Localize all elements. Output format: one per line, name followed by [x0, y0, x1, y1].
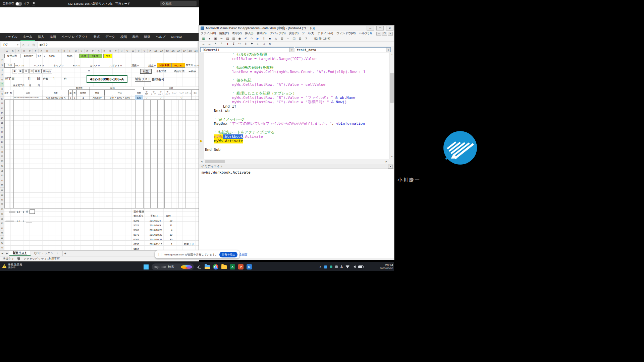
column-header[interactable]: V — [124, 49, 130, 53]
object-browser-icon[interactable]: ◫ — [291, 37, 297, 41]
folder-icon[interactable] — [221, 265, 227, 269]
project-explorer-icon[interactable]: ⊞ — [279, 37, 284, 41]
row-header[interactable]: 35 — [0, 217, 4, 221]
comment-block-icon[interactable]: ❝ — [213, 42, 218, 46]
minimize-icon[interactable]: ─ — [367, 26, 374, 31]
code-vertical-scrollbar[interactable]: ▲ ▼ — [389, 53, 394, 159]
scroll-up-icon[interactable]: ▲ — [389, 53, 394, 57]
row-header[interactable]: 13 — [0, 111, 4, 116]
column-header[interactable]: AE — [176, 49, 182, 53]
code-line[interactable]: lastRow = myWs.Cells(myWs.Rows.Count, "A… — [232, 70, 365, 74]
row-header[interactable]: 25 — [0, 169, 4, 173]
column-header[interactable]: Q — [96, 49, 102, 53]
row-header[interactable]: 26 — [0, 173, 4, 178]
row-header[interactable]: 11 — [0, 101, 4, 106]
ribbon-tab-3[interactable]: 描画 — [47, 34, 58, 41]
column-header[interactable]: P — [90, 49, 96, 53]
column-header[interactable]: B — [10, 49, 16, 53]
add-sheet-button[interactable]: + — [63, 251, 68, 256]
column-header[interactable]: I — [50, 49, 56, 53]
table-cell[interactable] — [192, 95, 199, 100]
table-cell[interactable] — [185, 95, 192, 100]
row-header[interactable]: 31 — [0, 197, 4, 202]
row-header[interactable]: 27 — [0, 178, 4, 183]
row-header[interactable]: 12 — [0, 106, 4, 111]
history-row[interactable]: 60872014/10/3130 — [133, 238, 200, 243]
run-icon[interactable]: ▶ — [255, 37, 260, 41]
close-icon[interactable]: ✕ — [386, 26, 393, 31]
column-header[interactable]: K — [62, 49, 67, 53]
taskbar-search[interactable]: 検索 — [152, 263, 194, 270]
row-header[interactable]: 21 — [0, 149, 4, 154]
vba-menu-3[interactable]: 挿入(I) — [243, 32, 255, 36]
design-mode-icon[interactable]: △ — [273, 37, 278, 41]
indent-icon[interactable]: → — [201, 42, 206, 46]
table-cell[interactable]: 432-338983-106-A — [43, 95, 69, 100]
explorer-icon[interactable] — [205, 265, 210, 269]
ribbon-tab-4[interactable]: ページ レイアウト — [59, 34, 91, 41]
ribbon-tab-6[interactable]: データ — [103, 34, 117, 41]
vba-menu-10[interactable]: ヘルプ(H) — [357, 32, 373, 36]
parts-table-row[interactable]: AMDEX FRONT-PANEL MOD LIGHT432-338983-10… — [4, 95, 199, 100]
ribbon-tab-11[interactable]: Acrobat — [168, 34, 184, 40]
code-line[interactable]: myWs.Cells(lastRow, "A").Value = cellVal… — [232, 83, 325, 87]
tray-app-icon[interactable] — [330, 265, 332, 268]
column-header[interactable]: O — [85, 49, 90, 53]
row-header[interactable]: 22 — [0, 154, 4, 159]
table-cell[interactable]: 1.0 t × 1000 × 2000 — [105, 95, 135, 100]
row-header[interactable]: 39 — [0, 236, 4, 240]
network-icon[interactable] — [345, 265, 350, 268]
row-header[interactable]: 16 — [0, 125, 4, 130]
table-cell[interactable]: ○ — [178, 95, 185, 100]
step-out-icon[interactable]: ↥ — [243, 42, 248, 46]
row-header[interactable]: 28 — [0, 183, 4, 188]
scroll-left-icon[interactable]: ◀ — [199, 160, 204, 164]
scroll-down-icon[interactable]: ▼ — [389, 155, 394, 159]
taskbar-clock[interactable]: 20:24 2025/03/06 — [376, 263, 393, 270]
row-header[interactable]: 8 — [0, 87, 4, 92]
row-header[interactable]: 1 — [0, 53, 4, 58]
column-header[interactable]: S — [107, 49, 113, 53]
toolbox-icon[interactable]: ⊟ — [298, 37, 303, 41]
row-header[interactable]: 33 — [0, 207, 4, 212]
units-value-cell[interactable]: 1 — [53, 76, 55, 82]
column-header[interactable]: Z — [148, 49, 153, 53]
vba-menu-1[interactable]: 編集(E) — [218, 32, 230, 36]
table-cell[interactable] — [171, 95, 178, 100]
scroll-right-icon[interactable]: ▶ — [384, 160, 389, 164]
ribbon-tab-5[interactable]: 数式 — [91, 34, 102, 41]
table-cell[interactable] — [4, 95, 9, 100]
bookmark-icon[interactable]: ⚑ — [249, 42, 254, 46]
breakpoint-icon[interactable]: ● — [225, 42, 230, 46]
step-over-icon[interactable]: ↷ — [237, 42, 242, 46]
code-line[interactable]: myWs.Cells(lastRow, "C").Value = "取得日時: … — [232, 100, 347, 105]
immediate-window[interactable]: myWs.Workbook.Activate — [199, 169, 394, 258]
column-header[interactable]: AG — [187, 49, 193, 53]
autosave-toggle[interactable] — [15, 2, 22, 6]
table-cell[interactable] — [150, 95, 157, 100]
row-header[interactable]: 2 — [0, 58, 4, 63]
vba-menu-5[interactable]: デバッグ(D) — [268, 32, 287, 36]
table-cell[interactable] — [9, 95, 13, 100]
tray-expand-icon[interactable]: ∧ — [319, 265, 321, 268]
select-all-corner[interactable] — [0, 49, 4, 53]
cut-icon[interactable]: ✂ — [219, 37, 224, 41]
outdent-icon[interactable]: ← — [207, 42, 212, 46]
column-header[interactable]: AD — [170, 49, 176, 53]
column-header[interactable]: F — [33, 49, 39, 53]
clear-bookmarks-icon[interactable]: ✕ — [267, 42, 272, 46]
vba-menu-2[interactable]: 表示(V) — [230, 32, 243, 36]
name-box-dropdown-icon[interactable]: ▼ — [17, 44, 19, 46]
row-header[interactable]: 10 — [0, 97, 4, 101]
column-header[interactable]: G — [39, 49, 44, 53]
view-excel-icon[interactable]: ▦ — [201, 37, 206, 41]
column-header[interactable]: N — [79, 49, 85, 53]
start-icon[interactable] — [144, 264, 149, 269]
column-header[interactable]: X — [136, 49, 142, 53]
row-header[interactable]: 20 — [0, 144, 4, 149]
ime-indicator[interactable]: A — [340, 265, 343, 269]
tab-scroll-right-icon[interactable]: ▶ — [5, 251, 9, 256]
insert-function-icon[interactable]: fx — [33, 43, 35, 47]
find-icon[interactable]: ◉ — [237, 37, 242, 41]
row-header[interactable]: 37 — [0, 226, 4, 231]
